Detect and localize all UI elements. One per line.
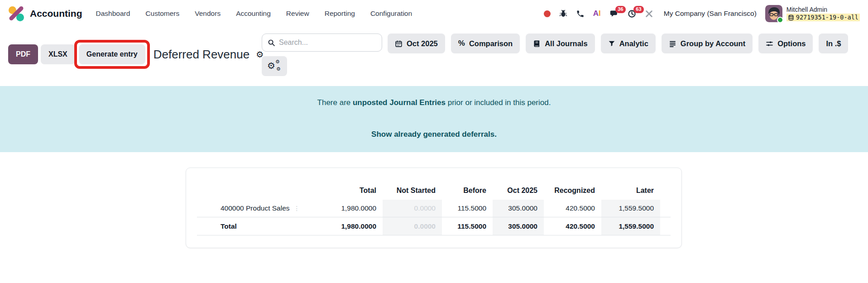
options-filter-button[interactable]: Options <box>758 34 813 53</box>
col-header-period: Oct 2025 <box>493 187 544 195</box>
company-switcher[interactable]: My Company (San Francisco) <box>664 10 757 18</box>
nav-reporting[interactable]: Reporting <box>325 10 355 18</box>
record-indicator-icon[interactable] <box>544 10 551 17</box>
table-total-row: Total 1,980.0000 0.0000 115.5000 305.000… <box>186 217 681 235</box>
calendar-icon <box>395 40 403 48</box>
activities-badge: 63 <box>633 6 644 13</box>
report-actions: PDF XLSX Generate entry Deferred Revenue… <box>8 44 264 64</box>
database-name: 92719351-19-0-all <box>796 14 858 21</box>
period-filter-button[interactable]: Oct 2025 <box>388 34 445 53</box>
total-cell-total: 1,980.0000 <box>304 222 383 230</box>
annotation-highlight-box: Generate entry <box>79 44 145 64</box>
cell-not-started: 0.0000 <box>383 200 442 217</box>
database-icon <box>788 14 794 21</box>
show-generated-deferrals-link[interactable]: Show already generated deferrals. <box>371 130 497 139</box>
cell-before: 115.5000 <box>442 204 493 212</box>
report-extra-settings-button[interactable]: ⚙ ⚙ ⚙ <box>262 56 287 76</box>
group-by-filter-button[interactable]: Group by Account <box>662 34 753 53</box>
currency-button[interactable]: In .$ <box>819 34 848 53</box>
total-cell-not-started: 0.0000 <box>383 217 442 235</box>
app-switcher[interactable]: Accounting <box>8 5 82 22</box>
activities-clock-icon[interactable]: 63 <box>628 10 636 18</box>
systray: AI 36 63 My Company (San Francisco) <box>544 5 860 22</box>
online-status-dot <box>777 17 783 23</box>
banner-message: There are unposted Journal Entries prior… <box>0 86 868 107</box>
debug-bug-icon[interactable] <box>559 10 567 18</box>
nav-dashboard[interactable]: Dashboard <box>96 10 130 18</box>
search-box[interactable] <box>262 34 382 52</box>
total-cell-before: 115.5000 <box>442 222 493 230</box>
gears-icon: ⚙ <box>267 60 275 71</box>
user-avatar <box>765 5 782 22</box>
total-label: Total <box>186 222 304 230</box>
table-divider <box>197 235 671 235</box>
total-cell-later: 1,559.5000 <box>601 217 660 235</box>
phone-icon[interactable] <box>576 10 585 18</box>
app-name[interactable]: Accounting <box>30 8 82 19</box>
tools-icon[interactable] <box>645 10 653 18</box>
odoo-accounting-logo-icon <box>8 5 24 22</box>
xlsx-button[interactable]: XLSX <box>41 44 75 64</box>
report-filters: Oct 2025 % Comparison All Journals Analy… <box>388 34 848 53</box>
main-menu: Dashboard Customers Vendors Accounting R… <box>96 10 412 18</box>
funnel-icon <box>608 40 615 47</box>
col-header-total: Total <box>304 187 383 195</box>
journal-book-icon <box>533 40 541 48</box>
analytic-filter-button[interactable]: Analytic <box>601 34 656 53</box>
pdf-button[interactable]: PDF <box>8 44 38 64</box>
report-control-bar: PDF XLSX Generate entry Deferred Revenue… <box>0 27 868 86</box>
cell-total: 1,980.0000 <box>304 204 383 212</box>
col-header-not-started: Not Started <box>383 187 442 195</box>
cell-recognized: 420.5000 <box>544 204 601 212</box>
total-cell-period: 305.0000 <box>493 217 544 235</box>
ai-icon[interactable]: AI <box>593 9 601 18</box>
deferred-revenue-report-card: Total Not Started Before Oct 2025 Recogn… <box>186 168 682 248</box>
nav-configuration[interactable]: Configuration <box>370 10 412 18</box>
col-header-before: Before <box>442 187 493 195</box>
page-title: Deferred Revenue <box>153 48 249 62</box>
journals-filter-button[interactable]: All Journals <box>526 34 595 53</box>
col-header-later: Later <box>601 187 660 195</box>
nav-customers[interactable]: Customers <box>145 10 179 18</box>
unposted-entries-banner: There are unposted Journal Entries prior… <box>0 86 868 152</box>
comparison-filter-button[interactable]: % Comparison <box>451 34 520 53</box>
search-icon <box>268 39 275 47</box>
user-name: Mitchell Admin <box>786 6 860 14</box>
search-area: ⚙ ⚙ ⚙ <box>262 34 382 78</box>
top-navbar: Accounting Dashboard Customers Vendors A… <box>0 0 868 27</box>
percent-icon: % <box>458 39 465 48</box>
nav-vendors[interactable]: Vendors <box>195 10 221 18</box>
col-header-recognized: Recognized <box>544 187 601 195</box>
table-header-row: Total Not Started Before Oct 2025 Recogn… <box>186 182 681 200</box>
messages-badge: 36 <box>615 6 626 13</box>
messages-icon[interactable]: 36 <box>609 10 619 18</box>
nav-accounting[interactable]: Accounting <box>236 10 271 18</box>
table-row[interactable]: 400000 Product Sales⋮ 1,980.0000 0.0000 … <box>186 200 681 217</box>
cell-period: 305.0000 <box>493 200 544 217</box>
sliders-icon <box>766 40 773 48</box>
cell-later: 1,559.5000 <box>601 200 660 217</box>
list-icon <box>669 40 676 48</box>
row-kebab-menu-icon[interactable]: ⋮ <box>294 205 300 212</box>
generate-entry-button[interactable]: Generate entry <box>79 44 145 64</box>
database-badge: 92719351-19-0-all <box>786 14 860 21</box>
search-input[interactable] <box>279 38 376 47</box>
nav-review[interactable]: Review <box>286 10 309 18</box>
total-cell-recognized: 420.5000 <box>544 222 601 230</box>
account-label[interactable]: 400000 Product Sales <box>221 204 290 212</box>
user-menu[interactable]: Mitchell Admin 92719351-19-0-all <box>765 5 860 22</box>
